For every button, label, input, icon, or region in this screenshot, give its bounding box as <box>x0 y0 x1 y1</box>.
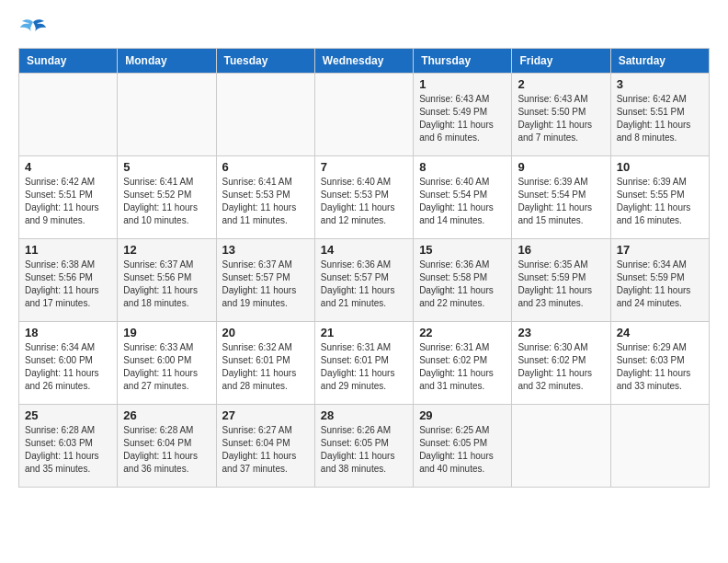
calendar-cell: 9Sunrise: 6:39 AM Sunset: 5:54 PM Daylig… <box>512 156 610 239</box>
calendar-cell: 23Sunrise: 6:30 AM Sunset: 6:02 PM Dayli… <box>512 322 610 405</box>
day-info: Sunrise: 6:43 AM Sunset: 5:50 PM Dayligh… <box>518 93 604 144</box>
calendar-cell <box>118 74 216 156</box>
weekday-header-saturday: Saturday <box>610 49 709 74</box>
day-info: Sunrise: 6:40 AM Sunset: 5:54 PM Dayligh… <box>419 176 506 227</box>
day-number: 13 <box>222 243 309 257</box>
weekday-header-thursday: Thursday <box>414 49 512 74</box>
day-info: Sunrise: 6:37 AM Sunset: 5:56 PM Dayligh… <box>123 259 210 310</box>
day-info: Sunrise: 6:32 AM Sunset: 6:01 PM Dayligh… <box>222 341 309 393</box>
day-info: Sunrise: 6:36 AM Sunset: 5:57 PM Dayligh… <box>321 259 407 310</box>
day-number: 26 <box>123 408 210 422</box>
weekday-header-sunday: Sunday <box>19 49 118 74</box>
day-info: Sunrise: 6:31 AM Sunset: 6:02 PM Dayligh… <box>419 341 506 393</box>
day-info: Sunrise: 6:34 AM Sunset: 5:59 PM Dayligh… <box>617 259 703 310</box>
calendar-cell: 21Sunrise: 6:31 AM Sunset: 6:01 PM Dayli… <box>314 322 413 405</box>
calendar-cell: 15Sunrise: 6:36 AM Sunset: 5:58 PM Dayli… <box>414 239 512 322</box>
calendar-cell: 28Sunrise: 6:26 AM Sunset: 6:05 PM Dayli… <box>314 405 413 488</box>
day-number: 23 <box>518 326 604 339</box>
day-info: Sunrise: 6:28 AM Sunset: 6:03 PM Dayligh… <box>25 424 111 476</box>
calendar-cell: 3Sunrise: 6:42 AM Sunset: 5:51 PM Daylig… <box>610 74 709 156</box>
weekday-header-friday: Friday <box>512 49 610 74</box>
day-number: 5 <box>123 160 210 174</box>
weekday-header-wednesday: Wednesday <box>314 49 413 74</box>
calendar-cell: 20Sunrise: 6:32 AM Sunset: 6:01 PM Dayli… <box>216 322 314 405</box>
day-info: Sunrise: 6:43 AM Sunset: 5:49 PM Dayligh… <box>419 93 506 144</box>
calendar-cell: 7Sunrise: 6:40 AM Sunset: 5:53 PM Daylig… <box>314 156 413 239</box>
calendar-cell: 16Sunrise: 6:35 AM Sunset: 5:59 PM Dayli… <box>512 239 610 322</box>
day-info: Sunrise: 6:34 AM Sunset: 6:00 PM Dayligh… <box>25 341 111 393</box>
calendar-cell <box>19 74 118 156</box>
weekday-header-monday: Monday <box>118 49 216 74</box>
day-number: 11 <box>25 243 111 257</box>
calendar-cell: 4Sunrise: 6:42 AM Sunset: 5:51 PM Daylig… <box>19 156 118 239</box>
week-row-5: 25Sunrise: 6:28 AM Sunset: 6:03 PM Dayli… <box>19 405 710 488</box>
day-number: 6 <box>222 160 309 174</box>
week-row-1: 1Sunrise: 6:43 AM Sunset: 5:49 PM Daylig… <box>19 74 710 156</box>
day-info: Sunrise: 6:42 AM Sunset: 5:51 PM Dayligh… <box>617 93 703 144</box>
day-number: 14 <box>321 243 407 257</box>
day-number: 18 <box>25 326 111 339</box>
day-info: Sunrise: 6:28 AM Sunset: 6:04 PM Dayligh… <box>123 424 210 476</box>
day-number: 20 <box>222 326 309 339</box>
calendar-cell: 11Sunrise: 6:38 AM Sunset: 5:56 PM Dayli… <box>19 239 118 322</box>
logo-bird-icon <box>20 18 46 39</box>
day-number: 17 <box>617 243 703 257</box>
calendar-cell: 6Sunrise: 6:41 AM Sunset: 5:53 PM Daylig… <box>216 156 314 239</box>
day-info: Sunrise: 6:36 AM Sunset: 5:58 PM Dayligh… <box>419 259 506 310</box>
day-info: Sunrise: 6:39 AM Sunset: 5:54 PM Dayligh… <box>518 176 604 227</box>
day-number: 22 <box>419 326 506 339</box>
day-number: 2 <box>518 77 604 91</box>
day-number: 21 <box>321 326 407 339</box>
day-info: Sunrise: 6:29 AM Sunset: 6:03 PM Dayligh… <box>617 341 703 393</box>
day-number: 8 <box>419 160 506 174</box>
day-info: Sunrise: 6:39 AM Sunset: 5:55 PM Dayligh… <box>617 176 703 227</box>
calendar-cell <box>610 405 709 488</box>
day-info: Sunrise: 6:41 AM Sunset: 5:52 PM Dayligh… <box>123 176 210 227</box>
calendar-cell: 14Sunrise: 6:36 AM Sunset: 5:57 PM Dayli… <box>314 239 413 322</box>
day-number: 19 <box>123 326 210 339</box>
week-row-3: 11Sunrise: 6:38 AM Sunset: 5:56 PM Dayli… <box>19 239 710 322</box>
calendar-cell: 26Sunrise: 6:28 AM Sunset: 6:04 PM Dayli… <box>118 405 216 488</box>
calendar-cell: 12Sunrise: 6:37 AM Sunset: 5:56 PM Dayli… <box>118 239 216 322</box>
day-number: 4 <box>25 160 111 174</box>
day-info: Sunrise: 6:33 AM Sunset: 6:00 PM Dayligh… <box>123 341 210 393</box>
calendar-cell: 25Sunrise: 6:28 AM Sunset: 6:03 PM Dayli… <box>19 405 118 488</box>
day-info: Sunrise: 6:41 AM Sunset: 5:53 PM Dayligh… <box>222 176 309 227</box>
day-info: Sunrise: 6:40 AM Sunset: 5:53 PM Dayligh… <box>321 176 407 227</box>
day-info: Sunrise: 6:26 AM Sunset: 6:05 PM Dayligh… <box>321 424 407 476</box>
calendar-table: SundayMondayTuesdayWednesdayThursdayFrid… <box>18 48 710 488</box>
day-info: Sunrise: 6:38 AM Sunset: 5:56 PM Dayligh… <box>25 259 111 310</box>
week-row-2: 4Sunrise: 6:42 AM Sunset: 5:51 PM Daylig… <box>19 156 710 239</box>
day-info: Sunrise: 6:25 AM Sunset: 6:05 PM Dayligh… <box>419 424 506 476</box>
calendar-cell: 13Sunrise: 6:37 AM Sunset: 5:57 PM Dayli… <box>216 239 314 322</box>
day-number: 24 <box>617 326 703 339</box>
calendar-cell: 18Sunrise: 6:34 AM Sunset: 6:00 PM Dayli… <box>19 322 118 405</box>
day-number: 28 <box>321 408 407 422</box>
day-number: 25 <box>25 408 111 422</box>
day-number: 9 <box>518 160 604 174</box>
day-number: 15 <box>419 243 506 257</box>
day-number: 27 <box>222 408 309 422</box>
day-number: 29 <box>419 408 506 422</box>
day-number: 16 <box>518 243 604 257</box>
day-number: 1 <box>419 77 506 91</box>
calendar-cell <box>216 74 314 156</box>
day-number: 7 <box>321 160 407 174</box>
calendar-cell: 2Sunrise: 6:43 AM Sunset: 5:50 PM Daylig… <box>512 74 610 156</box>
day-info: Sunrise: 6:42 AM Sunset: 5:51 PM Dayligh… <box>25 176 111 227</box>
calendar-cell: 24Sunrise: 6:29 AM Sunset: 6:03 PM Dayli… <box>610 322 709 405</box>
calendar-cell: 17Sunrise: 6:34 AM Sunset: 5:59 PM Dayli… <box>610 239 709 322</box>
calendar-cell: 5Sunrise: 6:41 AM Sunset: 5:52 PM Daylig… <box>118 156 216 239</box>
weekday-header-tuesday: Tuesday <box>216 49 314 74</box>
calendar-cell: 8Sunrise: 6:40 AM Sunset: 5:54 PM Daylig… <box>414 156 512 239</box>
day-info: Sunrise: 6:35 AM Sunset: 5:59 PM Dayligh… <box>518 259 604 310</box>
day-info: Sunrise: 6:27 AM Sunset: 6:04 PM Dayligh… <box>222 424 309 476</box>
calendar-cell: 1Sunrise: 6:43 AM Sunset: 5:49 PM Daylig… <box>414 74 512 156</box>
day-info: Sunrise: 6:37 AM Sunset: 5:57 PM Dayligh… <box>222 259 309 310</box>
page-header <box>18 18 710 39</box>
calendar-cell <box>512 405 610 488</box>
day-number: 3 <box>617 77 703 91</box>
calendar-cell: 29Sunrise: 6:25 AM Sunset: 6:05 PM Dayli… <box>414 405 512 488</box>
calendar-cell: 10Sunrise: 6:39 AM Sunset: 5:55 PM Dayli… <box>610 156 709 239</box>
day-info: Sunrise: 6:30 AM Sunset: 6:02 PM Dayligh… <box>518 341 604 393</box>
